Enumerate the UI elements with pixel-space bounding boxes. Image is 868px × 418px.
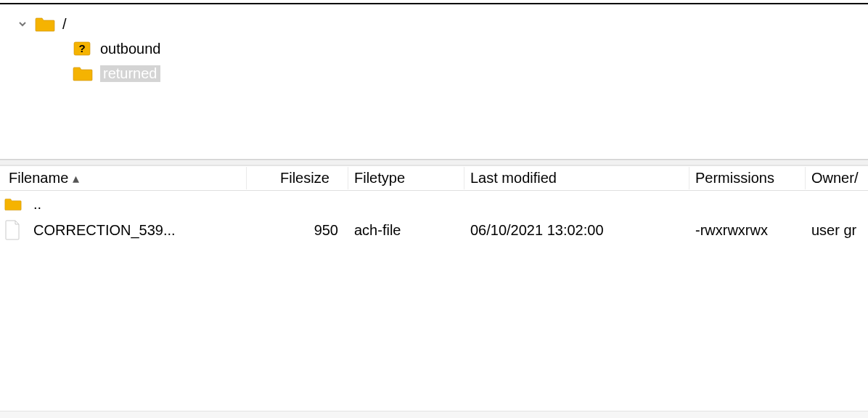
folder-icon — [73, 65, 93, 81]
file-icon — [4, 220, 22, 240]
file-type — [348, 201, 464, 207]
column-header-filetype[interactable]: Filetype — [348, 167, 464, 189]
file-size — [247, 201, 348, 207]
file-name: CORRECTION_539... — [33, 222, 176, 239]
file-permissions: -rwxrwxrwx — [689, 219, 806, 242]
column-header-last-modified[interactable]: Last modified — [464, 167, 689, 189]
column-header-label: Filesize — [280, 170, 329, 187]
file-size: 950 — [247, 219, 348, 242]
tree-node-label-selected: returned — [100, 65, 160, 82]
column-header-label: Filetype — [354, 170, 405, 187]
column-header-label: Last modified — [470, 170, 557, 187]
file-list-panel: Filename ▴ Filesize Filetype Last modifi… — [0, 165, 868, 418]
chevron-down-icon[interactable] — [17, 19, 28, 29]
column-header-filesize[interactable]: Filesize — [247, 167, 348, 189]
file-modified — [464, 201, 689, 207]
file-list-rows: .. CORRECTION_539... — [0, 191, 868, 411]
column-header-label: Owner/ — [811, 170, 858, 187]
panel-divider[interactable] — [0, 160, 868, 165]
file-permissions — [689, 201, 806, 207]
column-header-permissions[interactable]: Permissions — [689, 167, 806, 189]
column-header-label: Filename — [9, 170, 68, 187]
folder-up-icon — [4, 197, 22, 211]
column-header-owner[interactable]: Owner/ — [806, 167, 868, 189]
column-header-filename[interactable]: Filename ▴ — [0, 167, 247, 189]
file-name: .. — [33, 196, 41, 213]
tree-node-label: outbound — [100, 41, 160, 57]
svg-text:?: ? — [78, 42, 85, 54]
file-modified: 06/10/2021 13:02:00 — [464, 219, 689, 242]
tree-root-node[interactable]: / — [17, 12, 853, 36]
tree-root-label: / — [62, 16, 67, 33]
column-header-label: Permissions — [695, 170, 774, 187]
tree-node-returned[interactable]: returned — [17, 61, 853, 86]
file-list-header: Filename ▴ Filesize Filetype Last modifi… — [0, 166, 868, 191]
file-owner — [806, 201, 868, 207]
file-owner: user gr — [806, 219, 868, 242]
unknown-folder-icon: ? — [73, 41, 93, 57]
file-row-parent-dir[interactable]: .. — [0, 191, 868, 217]
tree-node-outbound[interactable]: ? outbound — [17, 36, 853, 61]
window-root: / ? outbound returned Filename — [0, 0, 868, 418]
directory-tree-panel: / ? outbound returned — [0, 4, 868, 160]
status-bar-spacer — [0, 411, 868, 418]
file-row[interactable]: CORRECTION_539... 950 ach-file 06/10/202… — [0, 217, 868, 243]
sort-ascending-icon: ▴ — [73, 171, 79, 187]
file-type: ach-file — [348, 219, 464, 242]
folder-icon — [35, 16, 55, 32]
